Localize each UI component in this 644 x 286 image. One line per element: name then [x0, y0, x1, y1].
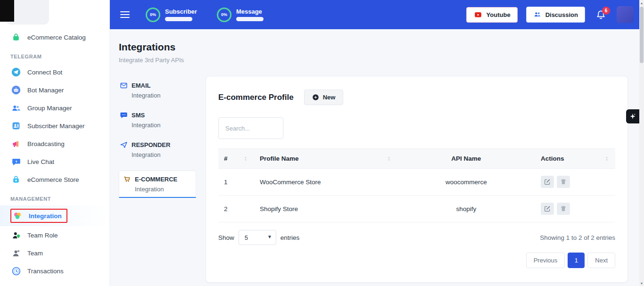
group-people-icon [10, 102, 22, 114]
subscriber-progress-circle: 0% [146, 8, 160, 22]
cell-actions [535, 196, 615, 222]
logo-dark-block [0, 0, 14, 22]
app-window: eCommerce Catalog TELEGRAM Connect Bot B… [0, 0, 644, 286]
shopping-bag-icon [10, 32, 22, 43]
discussion-button-label: Discussion [545, 11, 578, 18]
column-header-actions[interactable]: Actions [535, 149, 615, 168]
page-1-button[interactable]: 1 [568, 253, 585, 268]
subnav-subtitle: Integration [135, 186, 192, 193]
trash-icon [560, 178, 567, 186]
topbar-stats: 0% Subscriber 0% Message [146, 8, 264, 22]
table-header-row: # Profile Name API Name Acti [218, 148, 615, 169]
page-size-select[interactable]: 5 [239, 230, 276, 245]
subnav-item-responder[interactable]: RESPONDER Integration [119, 141, 196, 162]
logo-area [0, 0, 109, 28]
sidebar-item-label: Broadcasting [27, 140, 65, 147]
sort-icon [243, 156, 248, 162]
column-header-label: Actions [541, 155, 564, 162]
sidebar-item-integration[interactable]: Integration [0, 205, 109, 226]
edit-button[interactable] [541, 176, 554, 188]
column-header-label: Profile Name [260, 155, 299, 162]
subnav-item-email[interactable]: EMAIL Integration [119, 82, 196, 103]
new-profile-button[interactable]: New [304, 90, 344, 105]
sms-icon [120, 111, 128, 119]
message-progress-circle: 0% [217, 8, 231, 22]
subnav-item-sms[interactable]: SMS Integration [119, 111, 196, 132]
integration-subnav: EMAIL Integration SMS Integration [119, 76, 196, 198]
page-content: Integrations Integrate 3rd Party APIs EM… [110, 29, 644, 286]
cell-api-name: shopify [397, 198, 535, 220]
page-subtitle: Integrate 3rd Party APIs [119, 57, 628, 64]
subnav-title: RESPONDER [132, 141, 170, 148]
table-row: 1 WooCommerce Store woocommerce [218, 169, 615, 196]
topbar-right: Youtube Discussion 6 [466, 6, 634, 23]
sidebar-item-broadcasting[interactable]: Broadcasting [0, 135, 109, 153]
delete-button[interactable] [557, 176, 570, 188]
sidebar-item-subscriber-manager[interactable]: Subscriber Manager [0, 117, 109, 135]
sidebar-section-management: MANAGEMENT [10, 196, 109, 202]
subnav-subtitle: Integration [132, 122, 195, 129]
trash-icon [560, 205, 567, 212]
sidebar-item-label: Subscriber Manager [27, 123, 85, 130]
sidebar-item-label: Transactions [27, 268, 64, 275]
column-header-api-name[interactable]: API Name [397, 149, 535, 168]
sidebar-item-live-chat[interactable]: Live Chat [0, 153, 109, 171]
floating-assistant-button[interactable] [626, 109, 639, 123]
showing-entries-text: Showing 1 to 2 of 2 entries [540, 234, 615, 241]
sidebar-item-transactions[interactable]: Transactions [0, 262, 109, 280]
message-progress-label: Message [236, 8, 264, 15]
sidebar: eCommerce Catalog TELEGRAM Connect Bot B… [0, 0, 110, 286]
sidebar-item-label: eCommerce Store [27, 176, 79, 183]
subnav-subtitle: Integration [132, 151, 195, 158]
sidebar-item-bot-manager[interactable]: Bot Manager [0, 81, 109, 99]
pagination: Previous 1 Next [218, 253, 615, 268]
robot-icon [10, 84, 22, 96]
subnav-title: SMS [132, 112, 145, 119]
sidebar-item-label: Group Manager [27, 105, 72, 112]
cart-icon [123, 175, 131, 183]
discussion-button[interactable]: Discussion [526, 7, 585, 23]
message-progress-value: 0% [221, 12, 227, 17]
sparkle-icon [629, 113, 636, 120]
sidebar-item-label: Bot Manager [27, 87, 64, 94]
column-header-num[interactable]: # [218, 149, 254, 168]
column-header-profile-name[interactable]: Profile Name [254, 149, 397, 168]
sidebar-item-ecommerce-catalog[interactable]: eCommerce Catalog [0, 28, 109, 46]
scroll-down-arrow[interactable]: ▼ [639, 280, 644, 286]
scrollbar-thumb[interactable] [640, 7, 644, 63]
hamburger-menu-icon[interactable] [120, 11, 130, 18]
notification-count-badge: 6 [602, 7, 610, 15]
sidebar-item-team-role[interactable]: Team Role [0, 226, 109, 244]
sidebar-item-group-manager[interactable]: Group Manager [0, 99, 109, 117]
cell-profile-name: Shopify Store [254, 198, 397, 220]
youtube-button[interactable]: Youtube [466, 7, 518, 23]
subnav-subtitle: Integration [132, 92, 195, 99]
subscriber-progress-value: 0% [150, 12, 156, 17]
sidebar-item-label: Team Role [27, 232, 58, 239]
store-bag-icon [10, 174, 22, 185]
user-avatar[interactable] [617, 6, 634, 23]
new-button-label: New [323, 94, 336, 101]
sidebar-item-ecommerce-store[interactable]: eCommerce Store [0, 171, 109, 188]
next-page-button[interactable]: Next [587, 253, 615, 268]
edit-button[interactable] [541, 203, 554, 215]
page-size-group: Show 5 ▼ entries [218, 230, 299, 245]
subscriber-progress: 0% Subscriber [146, 8, 197, 22]
subscriber-redacted-value [165, 17, 192, 21]
subnav-item-ecommerce[interactable]: E-COMMERCE Integration [119, 171, 196, 198]
search-input[interactable] [218, 117, 283, 139]
scrollbar[interactable]: ▲ ▼ [639, 0, 644, 286]
message-redacted-value [236, 17, 264, 21]
youtube-button-label: Youtube [487, 11, 511, 18]
team-people-icon [10, 247, 22, 259]
delete-button[interactable] [557, 203, 570, 215]
integration-circles-icon [12, 210, 23, 221]
previous-page-button[interactable]: Previous [526, 253, 565, 268]
megaphone-icon [10, 138, 22, 149]
youtube-icon [473, 11, 483, 18]
sidebar-item-team[interactable]: Team [0, 244, 109, 262]
notifications-bell[interactable]: 6 [595, 9, 606, 20]
discussion-people-icon [533, 11, 542, 18]
scroll-up-arrow[interactable]: ▲ [639, 0, 644, 6]
sidebar-item-connect-bot[interactable]: Connect Bot [0, 63, 109, 81]
